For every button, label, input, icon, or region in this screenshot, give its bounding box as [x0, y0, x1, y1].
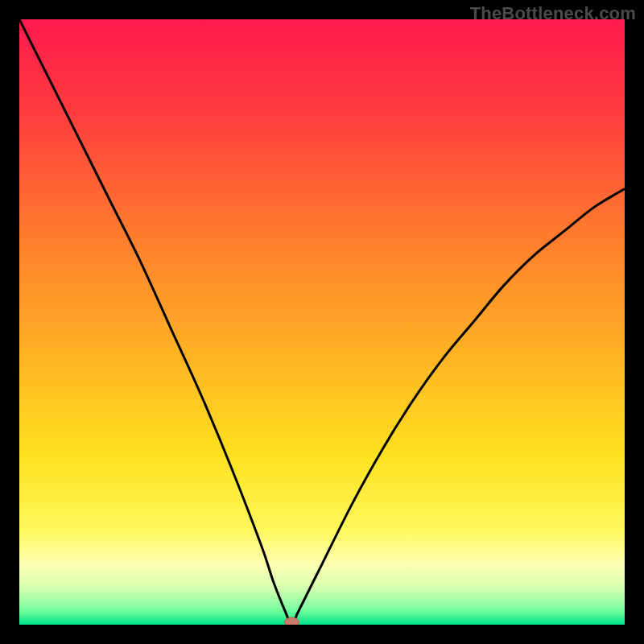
- watermark-text: TheBottleneck.com: [470, 3, 636, 24]
- gradient-background: [19, 19, 625, 625]
- optimal-point-marker: [284, 617, 299, 625]
- chart-container: TheBottleneck.com: [0, 0, 644, 644]
- plot-area: [19, 19, 625, 625]
- plot-svg: [19, 19, 625, 625]
